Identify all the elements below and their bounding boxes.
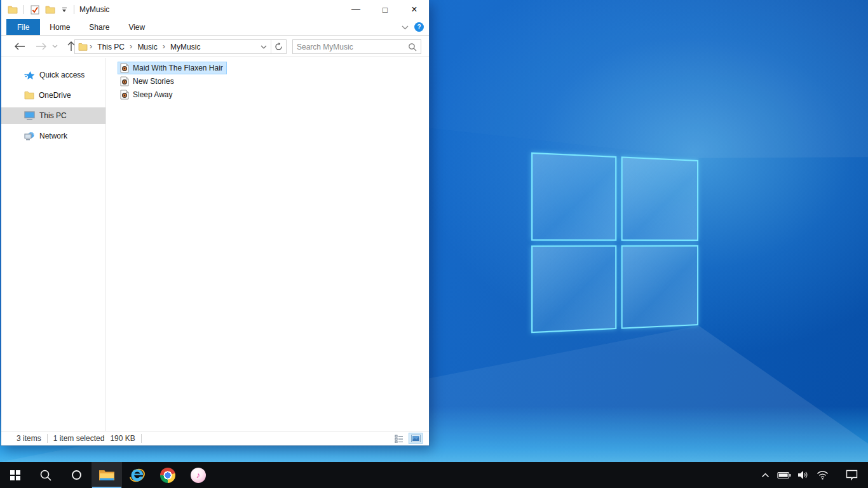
windows-logo	[531, 152, 698, 334]
help-button[interactable]: ?	[414, 22, 424, 32]
music-file-icon	[120, 90, 129, 100]
sidebar-item-network[interactable]: Network	[1, 128, 105, 144]
breadcrumb: › This PC › Music › MyMusic	[75, 41, 257, 52]
tab-home[interactable]: Home	[40, 19, 79, 35]
cortana-icon	[72, 470, 81, 480]
taskbar-itunes-button[interactable]: ♪	[183, 462, 214, 488]
file-explorer-icon	[98, 468, 115, 482]
file-name: Sleep Away	[133, 90, 173, 99]
customize-quick-access-toolbar-button[interactable]	[60, 4, 69, 15]
music-file-icon	[120, 76, 129, 86]
separator	[141, 434, 142, 443]
windows-logo-pane	[621, 156, 698, 240]
navigation-bar: › This PC › Music › MyMusic	[1, 36, 429, 57]
crumb-mymusic[interactable]: MyMusic	[167, 43, 203, 51]
qat-dropdown-bar	[62, 8, 67, 8]
taskbar-file-explorer-button[interactable]	[92, 462, 122, 488]
maximize-button[interactable]: □	[370, 0, 400, 19]
ribbon-tab-bar: File Home Share View	[1, 19, 429, 36]
new-folder-button[interactable]	[44, 4, 56, 15]
sidebar-item-this-pc[interactable]: This PC	[1, 107, 105, 124]
sidebar-item-onedrive[interactable]: OneDrive	[1, 87, 105, 104]
navigation-pane: Quick access OneDrive This PC	[1, 58, 106, 431]
action-center-icon	[846, 470, 858, 480]
separator	[74, 5, 74, 14]
item-count: 3 items	[17, 434, 41, 443]
system-tray	[757, 462, 830, 488]
windows-logo-pane	[621, 245, 698, 329]
taskbar-search-button[interactable]	[31, 462, 61, 488]
hidden-icons-chevron[interactable]	[757, 462, 773, 488]
crumb-separator: ›	[89, 41, 93, 52]
explorer-body: Quick access OneDrive This PC	[1, 58, 429, 431]
address-bar-controls	[257, 40, 286, 53]
itunes-icon: ♪	[191, 468, 206, 483]
action-center-button[interactable]	[839, 462, 864, 488]
address-folder-icon	[78, 43, 88, 51]
desktop: MyMusic — □ × File Home Share View ?	[0, 0, 868, 488]
window-controls: — □ ×	[341, 0, 429, 19]
taskbar: ♪	[0, 462, 868, 488]
tab-file[interactable]: File	[6, 19, 40, 35]
tab-view[interactable]: View	[119, 19, 154, 35]
onedrive-folder-icon	[24, 91, 34, 100]
forward-button[interactable]	[33, 39, 50, 54]
file-name: Maid With The Flaxen Hair	[133, 64, 223, 72]
sidebar-item-label: OneDrive	[39, 91, 71, 100]
back-button[interactable]	[11, 39, 28, 54]
large-icons-view-button[interactable]	[409, 433, 423, 444]
music-file-icon	[120, 63, 129, 73]
sidebar-item-label: This PC	[39, 111, 67, 120]
cortana-button[interactable]	[61, 462, 92, 488]
crumb-music[interactable]: Music	[134, 43, 160, 51]
selection-size: 190 KB	[110, 434, 135, 443]
separator	[47, 434, 48, 443]
address-bar[interactable]: › This PC › Music › MyMusic	[74, 39, 287, 54]
title-bar: MyMusic — □ ×	[1, 0, 429, 19]
close-button[interactable]: ×	[400, 0, 429, 19]
windows-start-icon	[10, 470, 20, 480]
tab-share[interactable]: Share	[79, 19, 119, 35]
taskbar-internet-explorer-button[interactable]	[122, 462, 153, 488]
chevron-down-icon	[62, 10, 66, 12]
file-list: Maid With The Flaxen Hair New Stories Sl…	[106, 58, 429, 431]
separator	[24, 5, 24, 14]
battery-icon[interactable]	[776, 462, 792, 488]
file-row[interactable]: Maid With The Flaxen Hair	[118, 62, 227, 74]
sidebar-item-label: Network	[39, 132, 67, 140]
wifi-icon[interactable]	[815, 462, 830, 488]
search-icon[interactable]	[404, 43, 421, 51]
refresh-button[interactable]	[271, 40, 286, 53]
status-bar: 3 items 1 item selected 190 KB	[1, 431, 429, 445]
file-row[interactable]: Sleep Away	[118, 88, 177, 101]
file-row[interactable]: New Stories	[118, 75, 178, 88]
windows-logo-pane	[531, 245, 616, 334]
crumb-separator: ›	[129, 41, 133, 52]
crumb-this-pc[interactable]: This PC	[94, 43, 128, 51]
address-dropdown-chevron[interactable]	[257, 40, 271, 53]
volume-icon[interactable]	[796, 462, 811, 488]
properties-button[interactable]	[29, 4, 41, 15]
crumb-separator: ›	[162, 41, 166, 52]
quick-access-star-icon	[24, 71, 35, 80]
file-name: New Stories	[133, 77, 174, 86]
chrome-icon	[160, 468, 175, 483]
this-pc-monitor-icon	[24, 111, 35, 120]
minimize-button[interactable]: —	[341, 0, 370, 19]
internet-explorer-icon	[129, 467, 146, 484]
ribbon-right-controls: ?	[402, 19, 424, 35]
network-icon	[24, 132, 35, 140]
search-icon	[39, 469, 52, 482]
view-switcher	[392, 433, 423, 444]
search-input[interactable]	[293, 40, 404, 53]
file-explorer-window: MyMusic — □ × File Home Share View ?	[1, 0, 429, 445]
start-button[interactable]	[0, 462, 31, 488]
sidebar-item-label: Quick access	[39, 71, 85, 79]
expand-ribbon-chevron[interactable]	[402, 23, 409, 32]
search-box	[292, 39, 421, 54]
sidebar-item-quick-access[interactable]: Quick access	[1, 67, 105, 83]
details-view-button[interactable]	[392, 433, 406, 444]
recent-locations-chevron[interactable]	[50, 39, 60, 54]
taskbar-chrome-button[interactable]	[153, 462, 183, 488]
quick-access-toolbar	[1, 4, 76, 15]
